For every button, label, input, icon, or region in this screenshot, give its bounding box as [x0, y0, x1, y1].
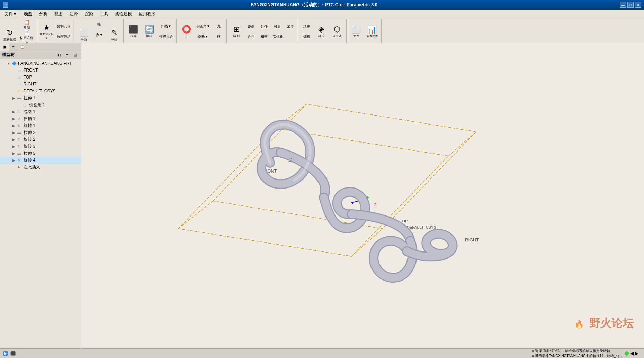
tree-item-extrude3[interactable]: ▶ ▬ 拉伸 3	[0, 150, 81, 157]
menu-render[interactable]: 渲染	[82, 10, 96, 18]
btn-sweep[interactable]: 扫描▼	[158, 21, 175, 31]
btn-shrink-wrap[interactable]: 收缩包络	[55, 32, 72, 42]
tree-icon-round1: ◌	[23, 103, 28, 107]
tree-item-insert-here[interactable]: ➤ 在此插入	[0, 164, 81, 171]
btn-merge[interactable]: 合并	[245, 32, 257, 42]
btn-regenerate-label: 重新生成	[3, 37, 16, 42]
btn-point[interactable]: ·点▼	[92, 30, 106, 40]
minimize-button[interactable]: —	[620, 2, 626, 8]
status-arrow-left[interactable]: ◀	[630, 351, 634, 356]
viewport[interactable]: Z- TOP DEFAULT_CSYS A_2 RIGHT FRONT A_4 …	[81, 43, 644, 348]
extrude-icon: ⬛	[129, 25, 138, 34]
tree-item-revolve2[interactable]: ▶ ↻ 旋转 2	[0, 136, 81, 143]
btn-extend-label: 延伸	[261, 24, 268, 29]
menu-file[interactable]: 文件▼	[1, 10, 20, 18]
paste-icon: 📄	[24, 30, 30, 35]
section-getdata-content: ★ 用户定义特征 复制几何 收缩包络	[39, 20, 72, 43]
tree-expand-wrap1[interactable]: ▶	[12, 110, 17, 114]
status-icon-play[interactable]: ▶	[3, 351, 8, 356]
btn-revolve[interactable]: 🔄 旋转	[142, 21, 157, 42]
btn-solidify[interactable]: 实体化	[271, 32, 285, 42]
tree-item-wrap1[interactable]: ▶ ⬡ 包络 1	[0, 108, 81, 115]
tree-item-right[interactable]: ▭ RIGHT	[0, 81, 81, 88]
menu-tools[interactable]: 工具	[97, 10, 111, 18]
tree-expand-extrude1[interactable]: ▶	[12, 96, 17, 100]
btn-extend[interactable]: 延伸	[258, 22, 270, 31]
tree-item-top[interactable]: ▭ TOP	[0, 74, 81, 81]
side-tab-tree[interactable]: ▣	[0, 43, 9, 51]
tree-item-revolve1[interactable]: ▶ ↻ 旋转 1	[0, 122, 81, 129]
menu-flexible[interactable]: 柔性建模	[112, 10, 135, 18]
tree-expand-extrude2[interactable]: ▶	[12, 131, 17, 135]
plane-icon: ⬜	[79, 28, 89, 37]
menu-analysis[interactable]: 分析	[36, 10, 51, 18]
btn-intersect[interactable]: 相交	[258, 32, 270, 42]
tree-item-sweep1[interactable]: ▶ ↗ 扫描 1	[0, 115, 81, 122]
side-tab-layer[interactable]: ≡	[9, 43, 17, 51]
tree-expand-revolve2[interactable]: ▶	[12, 138, 17, 141]
btn-copy[interactable]: 📋 复制	[18, 20, 35, 29]
tree-btn-list[interactable]: ≡	[64, 52, 71, 58]
btn-axis[interactable]: 轴	[92, 20, 106, 29]
svg-text:DEFAULT_CSYS: DEFAULT_CSYS	[407, 225, 436, 229]
component-icon: ⬜	[351, 25, 361, 34]
tree-item-front[interactable]: ▭ FRONT	[0, 67, 81, 74]
btn-user-feature[interactable]: ★ 用户定义特征	[39, 21, 54, 42]
btn-pattern[interactable]: ⊞ 阵列	[229, 21, 244, 42]
window-controls[interactable]: — □ ✕	[620, 2, 641, 8]
section-modelview-content: ⬜ 元件 📊 管理视图	[349, 20, 380, 43]
menu-view[interactable]: 视图	[51, 10, 66, 18]
tree-expand-revolve1[interactable]: ▶	[12, 124, 17, 128]
btn-extrude[interactable]: ⬛ 拉伸	[126, 21, 141, 42]
btn-hole[interactable]: ⭕ 孔	[179, 21, 194, 42]
pattern-icon: ⊞	[233, 25, 240, 34]
tree-item-root[interactable]: ▼ 🔷 FANGXINGTANHUANG.PRT	[0, 60, 81, 67]
btn-sketch[interactable]: ✎ 草绘	[107, 25, 122, 45]
btn-copy-geom[interactable]: 复制几何	[55, 21, 72, 31]
btn-component[interactable]: ⬜ 元件	[349, 21, 364, 42]
tree-btn-grid[interactable]: ▤	[72, 52, 79, 58]
btn-round[interactable]: 倒圆角▼	[195, 21, 212, 31]
btn-sweep-blend[interactable]: 扫描混合	[158, 32, 175, 42]
btn-offset[interactable]: 偏移	[301, 32, 313, 42]
tree-label-root: FANGXINGTANHUANG.PRT	[18, 61, 72, 66]
btn-mirror-label: 镜像	[248, 24, 254, 29]
status-arrow-right[interactable]: ▶	[635, 351, 638, 356]
tree-item-revolve4[interactable]: ▶ ↻ 旋转 4	[0, 157, 81, 164]
btn-paste[interactable]: 📄 粘贴几何	[18, 30, 35, 40]
tree-icon-front: ▭	[17, 68, 23, 73]
btn-fill[interactable]: 填充	[301, 22, 313, 31]
btn-manage-view[interactable]: 📊 管理视图	[365, 21, 380, 42]
tree-item-extrude1[interactable]: ▶ ▬ 拉伸 1	[0, 94, 81, 101]
btn-shell[interactable]: 壳	[213, 21, 225, 31]
btn-chamfer-label: 倒角▼	[198, 34, 208, 39]
btn-project[interactable]: 投影	[271, 22, 284, 31]
tree-expand-sweep1[interactable]: ▶	[12, 117, 17, 121]
maximize-button[interactable]: □	[627, 2, 634, 8]
side-tab-attr[interactable]: 📋	[17, 43, 28, 51]
btn-freestyle[interactable]: ⬡ 自由式	[330, 21, 345, 42]
tree-btn-t[interactable]: T↑	[56, 52, 63, 58]
btn-style[interactable]: ◈ 样式	[314, 21, 329, 42]
btn-mirror[interactable]: 镜像	[245, 22, 257, 31]
copy-icon: 📋	[24, 19, 30, 25]
tree-expand-revolve4[interactable]: ▶	[12, 158, 17, 162]
btn-thicken[interactable]: 加厚	[284, 22, 297, 31]
btn-chamfer[interactable]: 倒角▼	[195, 32, 212, 42]
tree-item-extrude2[interactable]: ▶ ▬ 拉伸 2	[0, 129, 81, 136]
watermark: 🔥 野火论坛	[574, 316, 634, 331]
btn-plane[interactable]: ⬜ 平面	[76, 25, 91, 45]
btn-regenerate[interactable]: ↻ 重新生成	[2, 25, 17, 45]
tree-expand-extrude3[interactable]: ▶	[12, 152, 17, 155]
tree-item-round1[interactable]: ◌ 倒圆角 1	[0, 101, 81, 108]
close-button[interactable]: ✕	[635, 2, 641, 8]
menu-annotation[interactable]: 注释	[66, 10, 81, 18]
menu-model[interactable]: 模型	[21, 10, 35, 18]
menu-apps[interactable]: 应用程序	[136, 10, 159, 18]
tree-expand-revolve3[interactable]: ▶	[12, 145, 17, 148]
tree-item-revolve3[interactable]: ▶ ↻ 旋转 3	[0, 143, 81, 150]
tree-item-csys[interactable]: ✛ DEFAULT_CSYS	[0, 88, 81, 94]
status-icon-stop[interactable]: ⬛	[10, 351, 16, 356]
btn-rib[interactable]: 筋	[213, 32, 225, 42]
btn-style-label: 样式	[318, 34, 324, 38]
